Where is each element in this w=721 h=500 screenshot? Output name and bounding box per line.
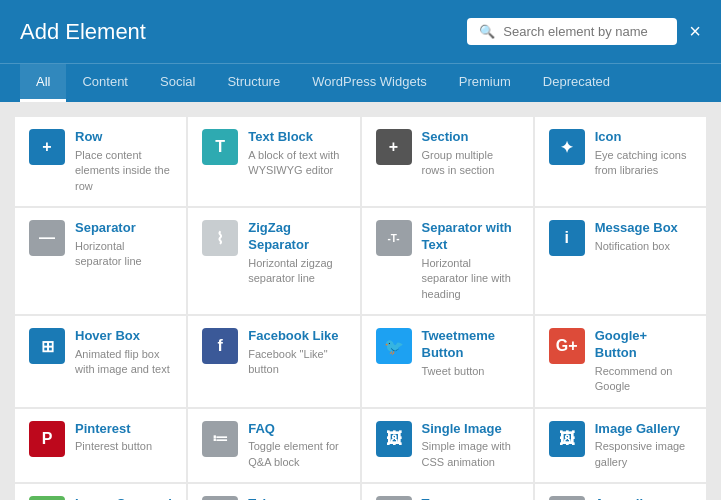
add-element-modal: Add Element 🔍 × AllContentSocialStructur… (0, 0, 721, 500)
element-zigzag-separator[interactable]: ⌇ZigZag SeparatorHorizontal zigzag separ… (188, 208, 359, 314)
separator-icon: — (29, 220, 65, 256)
tour-text: TourVertical tabbed content (422, 496, 519, 500)
tab-premium[interactable]: Premium (443, 64, 527, 102)
tab-social[interactable]: Social (144, 64, 211, 102)
row-name: Row (75, 129, 172, 146)
row-icon: + (29, 129, 65, 165)
facebook-like-name: Facebook Like (248, 328, 345, 345)
element-single-image[interactable]: 🖼Single ImageSimple image with CSS anima… (362, 409, 533, 483)
element-text-block[interactable]: TText BlockA block of text with WYSIWYG … (188, 117, 359, 206)
pinterest-text: PinterestPinterest button (75, 421, 172, 455)
gplus-desc: Recommend on Google (595, 364, 692, 395)
section-name: Section (422, 129, 519, 146)
tab-wordpress-widgets[interactable]: WordPress Widgets (296, 64, 443, 102)
message-box-name: Message Box (595, 220, 692, 237)
hover-box-icon: ⊞ (29, 328, 65, 364)
element-pinterest[interactable]: PPinterestPinterest button (15, 409, 186, 483)
element-message-box[interactable]: iMessage BoxNotification box (535, 208, 706, 314)
image-gallery-name: Image Gallery (595, 421, 692, 438)
tab-content[interactable]: Content (66, 64, 144, 102)
zigzag-separator-desc: Horizontal zigzag separator line (248, 256, 345, 287)
element-image-carousel[interactable]: 🎠Image CarouselAnimated carousel with im… (15, 484, 186, 500)
tweetmeme-desc: Tweet button (422, 364, 519, 379)
search-box: 🔍 (467, 18, 677, 45)
tour-icon: ⊟ (376, 496, 412, 500)
element-separator[interactable]: —SeparatorHorizontal separator line (15, 208, 186, 314)
tweetmeme-name: Tweetmeme Button (422, 328, 519, 362)
separator-text-desc: Horizontal separator line with heading (422, 256, 519, 302)
element-section[interactable]: +SectionGroup multiple rows in section (362, 117, 533, 206)
separator-text-name: Separator with Text (422, 220, 519, 254)
element-accordion[interactable]: ⊟AccordionCollapsible content panels (535, 484, 706, 500)
elements-grid: +RowPlace content elements inside the ro… (0, 102, 721, 500)
tweetmeme-icon: 🐦 (376, 328, 412, 364)
tabs-name: Tabs (248, 496, 345, 500)
icon-name: Icon (595, 129, 692, 146)
section-desc: Group multiple rows in section (422, 148, 519, 179)
faq-text: FAQToggle element for Q&A block (248, 421, 345, 471)
separator-name: Separator (75, 220, 172, 237)
text-block-text: Text BlockA block of text with WYSIWYG e… (248, 129, 345, 179)
text-block-icon: T (202, 129, 238, 165)
image-carousel-name: Image Carousel (75, 496, 172, 500)
element-tabs[interactable]: ⊟TabsTabbed content (188, 484, 359, 500)
gplus-icon: G+ (549, 328, 585, 364)
hover-box-text: Hover BoxAnimated flip box with image an… (75, 328, 172, 378)
element-tweetmeme[interactable]: 🐦Tweetmeme ButtonTweet button (362, 316, 533, 407)
tab-structure[interactable]: Structure (211, 64, 296, 102)
pinterest-icon: P (29, 421, 65, 457)
tabs-icon: ⊟ (202, 496, 238, 500)
tabs-nav: AllContentSocialStructureWordPress Widge… (0, 63, 721, 102)
facebook-like-desc: Facebook "Like" button (248, 347, 345, 378)
separator-text-icon: -T- (376, 220, 412, 256)
tab-deprecated[interactable]: Deprecated (527, 64, 626, 102)
single-image-desc: Simple image with CSS animation (422, 439, 519, 470)
single-image-name: Single Image (422, 421, 519, 438)
search-icon: 🔍 (479, 24, 495, 39)
text-block-desc: A block of text with WYSIWYG editor (248, 148, 345, 179)
element-gplus[interactable]: G+Google+ ButtonRecommend on Google (535, 316, 706, 407)
zigzag-separator-text: ZigZag SeparatorHorizontal zigzag separa… (248, 220, 345, 287)
image-carousel-icon: 🎠 (29, 496, 65, 500)
element-row[interactable]: +RowPlace content elements inside the ro… (15, 117, 186, 206)
tour-name: Tour (422, 496, 519, 500)
element-hover-box[interactable]: ⊞Hover BoxAnimated flip box with image a… (15, 316, 186, 407)
element-faq[interactable]: ≔FAQToggle element for Q&A block (188, 409, 359, 483)
row-text: RowPlace content elements inside the row (75, 129, 172, 194)
section-text: SectionGroup multiple rows in section (422, 129, 519, 179)
separator-desc: Horizontal separator line (75, 239, 172, 270)
modal-header: Add Element 🔍 × (0, 0, 721, 63)
message-box-desc: Notification box (595, 239, 692, 254)
facebook-like-icon: f (202, 328, 238, 364)
element-image-gallery[interactable]: 🖼Image GalleryResponsive image gallery (535, 409, 706, 483)
section-icon: + (376, 129, 412, 165)
message-box-icon: i (549, 220, 585, 256)
tweetmeme-text: Tweetmeme ButtonTweet button (422, 328, 519, 379)
gplus-text: Google+ ButtonRecommend on Google (595, 328, 692, 395)
image-gallery-icon: 🖼 (549, 421, 585, 457)
image-gallery-desc: Responsive image gallery (595, 439, 692, 470)
hover-box-name: Hover Box (75, 328, 172, 345)
single-image-icon: 🖼 (376, 421, 412, 457)
tab-all[interactable]: All (20, 64, 66, 102)
separator-text: SeparatorHorizontal separator line (75, 220, 172, 270)
element-separator-text[interactable]: -T-Separator with TextHorizontal separat… (362, 208, 533, 314)
tabs-text: TabsTabbed content (248, 496, 345, 500)
pinterest-name: Pinterest (75, 421, 172, 438)
facebook-like-text: Facebook LikeFacebook "Like" button (248, 328, 345, 378)
element-tour[interactable]: ⊟TourVertical tabbed content (362, 484, 533, 500)
message-box-text: Message BoxNotification box (595, 220, 692, 254)
element-facebook-like[interactable]: fFacebook LikeFacebook "Like" button (188, 316, 359, 407)
zigzag-separator-icon: ⌇ (202, 220, 238, 256)
icon-icon: ✦ (549, 129, 585, 165)
faq-name: FAQ (248, 421, 345, 438)
faq-desc: Toggle element for Q&A block (248, 439, 345, 470)
accordion-text: AccordionCollapsible content panels (595, 496, 692, 500)
text-block-name: Text Block (248, 129, 345, 146)
modal-title: Add Element (20, 19, 146, 45)
row-desc: Place content elements inside the row (75, 148, 172, 194)
element-icon[interactable]: ✦IconEye catching icons from libraries (535, 117, 706, 206)
pinterest-desc: Pinterest button (75, 439, 172, 454)
search-input[interactable] (503, 24, 665, 39)
close-button[interactable]: × (689, 20, 701, 43)
